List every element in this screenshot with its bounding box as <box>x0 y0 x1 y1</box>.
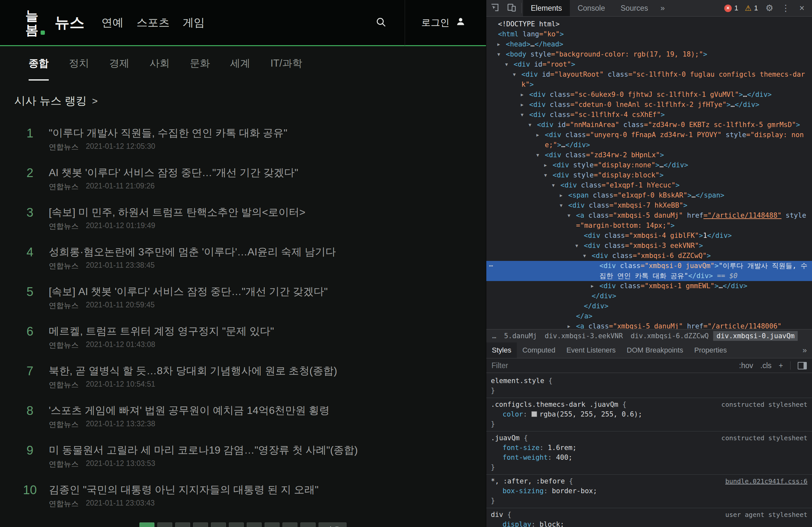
page-button[interactable]: 1 <box>140 523 155 527</box>
breadcrumb-item[interactable]: div.xmbqsi-6.dZZCwQ <box>627 331 712 341</box>
styles-toggle-button[interactable]: + <box>779 361 783 370</box>
dom-tree-line[interactable]: <html lang="ko"> <box>486 29 812 39</box>
page-button[interactable]: 6 <box>229 523 244 527</box>
styles-tab-computed[interactable]: Computed <box>517 342 561 358</box>
dom-tree-line[interactable]: ▶<head>…</head> <box>486 39 812 49</box>
close-devtools-button[interactable]: × <box>795 3 809 13</box>
tree-collapsed-arrow-icon[interactable]: ▶ <box>521 90 523 100</box>
devtools-tab-console[interactable]: Console <box>570 0 613 16</box>
news-title[interactable]: 성희롱·혐오논란에 3주만에 멈춘 '이루다'…AI윤리 숙제 남기다 <box>49 245 336 259</box>
rule-selector[interactable]: div <box>491 510 503 519</box>
dom-tree-line[interactable]: ▼<div id="layoutRoot" class="sc-1lflhfx-… <box>486 70 812 90</box>
device-toolbar-button[interactable] <box>503 0 520 16</box>
tree-expanded-arrow-icon[interactable]: ▼ <box>528 120 531 130</box>
news-title[interactable]: "이루다 개발사 직원들, 수집한 연인 카톡 대화 공유" <box>49 126 287 140</box>
category-tab[interactable]: 종합 <box>29 46 49 80</box>
news-item[interactable]: 1"이루다 개발사 직원들, 수집한 연인 카톡 대화 공유"연합뉴스2021-… <box>13 126 473 152</box>
news-title[interactable]: 김종인 "국민의 대통령 아닌 지지자들의 대통령 된 지 오래" <box>49 483 319 496</box>
styles-tab-dom-breakpoints[interactable]: DOM Breakpoints <box>621 342 689 358</box>
news-title[interactable]: [속보] 미 민주, 하원서 트럼프 탄핵소추안 발의<로이터> <box>49 205 305 219</box>
style-declaration[interactable]: box-sizing: border-box; <box>486 486 812 496</box>
news-item[interactable]: 2AI 챗봇 '이루다' 서비스 잠정 중단…"개선 기간 갖겠다"연합뉴스20… <box>13 166 473 192</box>
page-button[interactable]: 3 <box>175 523 190 527</box>
styles-toggle-button[interactable]: .cls <box>760 361 772 370</box>
tree-expanded-arrow-icon[interactable]: ▼ <box>544 170 547 180</box>
category-tab[interactable]: 정치 <box>69 46 89 80</box>
styles-tab-event-listeners[interactable]: Event Listeners <box>561 342 621 358</box>
devtools-menu-button[interactable]: ⋮ <box>779 3 793 13</box>
style-declaration[interactable]: font-size: 1.6rem; <box>486 443 812 453</box>
dom-tree-line[interactable]: ▼<div class="e1xqpf-1 hYecuc"> <box>486 180 812 190</box>
news-item[interactable]: 3[속보] 미 민주, 하원서 트럼프 탄핵소추안 발의<로이터>연합뉴스202… <box>13 205 473 231</box>
console-error-badge[interactable]: × 1 <box>722 4 740 12</box>
tree-expanded-arrow-icon[interactable]: ▼ <box>568 210 570 221</box>
dom-tree-line[interactable]: ▼<div class="xmbqsi-3 eekVNR"> <box>486 241 812 251</box>
dom-tree-line[interactable]: </a> <box>486 311 812 321</box>
styles-toggle-button[interactable]: :hov <box>739 361 753 370</box>
inspect-element-button[interactable] <box>486 0 503 16</box>
news-item[interactable]: 6메르켈, 트럼프 트위터 계정 영구정지 "문제 있다"연합뉴스2021-01… <box>13 324 473 350</box>
style-declaration[interactable]: font-weight: 400; <box>486 453 812 462</box>
category-tab[interactable]: 경제 <box>109 46 129 80</box>
news-item[interactable]: 5[속보] AI 챗봇 '이루다' 서비스 잠정 중단…"개선 기간 갖겠다"연… <box>13 284 473 311</box>
page-button[interactable]: 8 <box>265 523 279 527</box>
devtools-tab-elements[interactable]: Elements <box>523 0 570 16</box>
styles-tab-properties[interactable]: Properties <box>689 342 733 358</box>
style-declaration[interactable]: color: rgba(255, 255, 255, 0.6); <box>486 409 812 419</box>
tree-expanded-arrow-icon[interactable]: ▼ <box>521 110 523 120</box>
breadcrumb-item[interactable]: … <box>489 331 499 341</box>
console-warning-badge[interactable]: ⚠ 1 <box>743 4 760 12</box>
header-menu-item[interactable]: 스포츠 <box>136 15 170 30</box>
dom-tree-line[interactable]: ▼<div id="root"> <box>486 59 812 70</box>
dom-tree-line[interactable]: ▼<a class="xmbqsi-5 danuMj" href="/artic… <box>486 210 812 231</box>
tree-collapsed-arrow-icon[interactable]: ▶ <box>560 190 562 201</box>
tree-expanded-arrow-icon[interactable]: ▼ <box>536 150 539 160</box>
section-title[interactable]: 시사 뉴스 랭킹 > <box>14 93 473 108</box>
header-menu-item[interactable]: 게임 <box>183 15 205 30</box>
dom-tree-line[interactable]: <div class="xmbqsi-4 giblFK">1</div> <box>486 231 812 241</box>
news-item[interactable]: 4성희롱·혐오논란에 3주만에 멈춘 '이루다'…AI윤리 숙제 남기다연합뉴스… <box>13 245 473 271</box>
news-title[interactable]: 북한, 곧 열병식 할 듯…8차 당대회 기념행사에 원로 초청(종합) <box>49 364 337 378</box>
news-title[interactable]: 미 동물원서 고릴라 세 마리 코로나19 감염…"영장류 첫 사례"(종합) <box>49 443 358 457</box>
news-item[interactable]: 10김종인 "국민의 대통령 아닌 지지자들의 대통령 된 지 오래"연합뉴스2… <box>13 483 473 509</box>
breadcrumb-item[interactable]: div.xmbqsi-0.juavQm <box>713 331 798 341</box>
next-page-button[interactable]: 다음 <box>319 523 347 527</box>
dom-tree-line[interactable]: ▶<div class="unyerq-0 fFnapA zd34rw-1 PY… <box>486 130 812 150</box>
dom-tree-line[interactable]: ▼<div id="nnMainArea" class="zd34rw-0 EK… <box>486 120 812 130</box>
dom-tree-line[interactable]: ▼<div class="zd34rw-2 bHpnLx"> <box>486 150 812 160</box>
rule-selector[interactable]: .configcls.themecs-dark .juavQm <box>491 400 618 409</box>
dom-tree-line[interactable]: ⋯<div class="xmbqsi-0 juavQm">"이루다 개발사 직… <box>486 261 812 281</box>
site-title[interactable]: 뉴스 <box>55 13 85 33</box>
styles-more-tabs-button[interactable]: » <box>797 342 812 358</box>
dom-tree-line[interactable]: ▶<span class="e1xqpf-0 kBskAR">…</span> <box>486 190 812 201</box>
search-button[interactable] <box>368 16 405 29</box>
dom-tree-line[interactable]: <!DOCTYPE html> <box>486 19 812 29</box>
page-button[interactable]: 4 <box>193 523 208 527</box>
sidebar-layout-icon[interactable] <box>798 362 807 369</box>
dom-tree-line[interactable]: ▶<a class="xmbqsi-5 danuMj" href="/artic… <box>486 321 812 329</box>
category-tab[interactable]: 문화 <box>190 46 210 80</box>
news-title[interactable]: '스포츠 게임에 빠져' 법원 공무원이 예치금 14억6천만원 횡령 <box>49 404 330 417</box>
color-swatch[interactable] <box>532 411 537 417</box>
dom-tree-line[interactable]: ▼<div class="xmbqsi-6 dZZCwQ"> <box>486 251 812 261</box>
category-tab[interactable]: 세계 <box>230 46 250 80</box>
rule-selector[interactable]: element.style <box>491 376 544 386</box>
tree-expanded-arrow-icon[interactable]: ▼ <box>552 180 554 190</box>
link-token[interactable]: ="/article/1148006" <box>704 322 781 329</box>
tree-expanded-arrow-icon[interactable]: ▼ <box>505 59 508 70</box>
more-tabs-button[interactable]: » <box>656 0 669 16</box>
category-tab[interactable]: 사회 <box>149 46 170 80</box>
page-button[interactable]: 2 <box>157 523 172 527</box>
dom-tree-line[interactable]: </div> <box>486 291 812 301</box>
page-button[interactable]: 9 <box>282 523 298 527</box>
category-tab[interactable]: IT/과학 <box>271 46 302 80</box>
dom-tree-line[interactable]: ▼<div style="display:block"> <box>486 170 812 180</box>
devtools-tab-sources[interactable]: Sources <box>613 0 656 16</box>
site-logo[interactable]: 늘 봄 <box>25 9 45 37</box>
styles-filter-input[interactable]: Filter <box>492 361 739 370</box>
page-button[interactable]: 10 <box>300 523 316 527</box>
tree-expanded-arrow-icon[interactable]: ▼ <box>497 49 500 59</box>
tree-collapsed-arrow-icon[interactable]: ▶ <box>591 281 594 291</box>
tree-collapsed-arrow-icon[interactable]: ▶ <box>536 130 539 140</box>
style-declaration[interactable]: display: block; <box>486 519 812 527</box>
